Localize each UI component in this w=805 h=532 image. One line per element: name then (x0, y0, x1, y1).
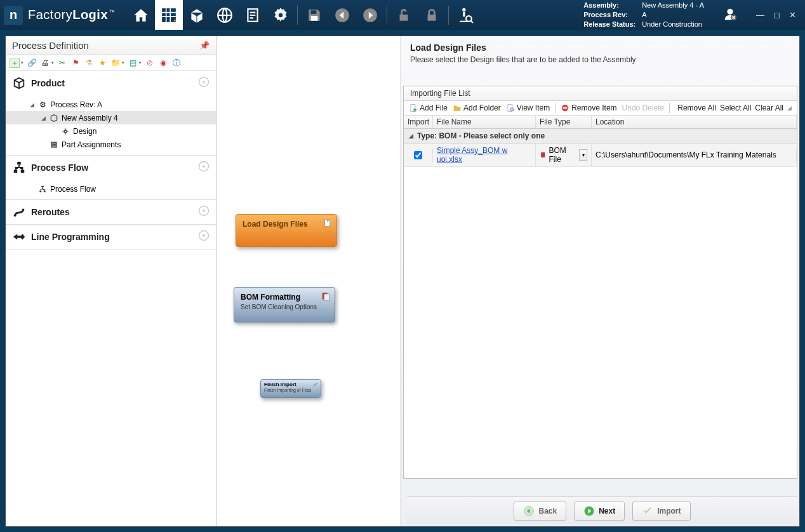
lock-icon[interactable] (418, 0, 446, 30)
info-icon[interactable]: ⓘ (171, 58, 182, 68)
tree-process-flow[interactable]: Process Flow (6, 182, 216, 196)
user-icon[interactable] (723, 7, 737, 23)
svg-rect-6 (310, 16, 317, 21)
right-panel: Load Design Files Please select the Desi… (401, 36, 799, 526)
step-finish-import[interactable]: Finish Import Finish Importing of Files (260, 379, 321, 398)
add-file-button[interactable]: Add File (409, 103, 448, 112)
col-import[interactable]: Import (404, 116, 433, 128)
wizard-buttons: Back Next Import (407, 496, 797, 524)
link-icon[interactable]: 🔗 (27, 58, 37, 68)
svg-rect-10 (427, 14, 436, 20)
bottle-icon[interactable]: ⚗ (84, 58, 94, 68)
right-subtitle: Please select the Design files that are … (410, 55, 790, 64)
import-checkbox[interactable] (414, 151, 422, 159)
svg-point-4 (278, 13, 283, 17)
clear-all-button[interactable]: Clear All (755, 103, 783, 112)
collapse-icon (198, 76, 210, 90)
tree-design[interactable]: Design (6, 124, 216, 138)
grid-header: Import File Name File Type Location (404, 116, 797, 129)
flow-small-icon (37, 184, 48, 194)
section-product[interactable]: Product (6, 71, 216, 95)
view-item-button[interactable]: View Item (506, 103, 550, 112)
cut-icon[interactable]: ✂ (57, 58, 67, 68)
arrow-right-icon (583, 505, 595, 517)
tree-assembly[interactable]: ◢ New Assembly 4 (6, 111, 216, 124)
nav-back-icon[interactable] (328, 0, 356, 30)
svg-point-26 (14, 215, 17, 217)
section-process-flow[interactable]: Process Flow (6, 156, 216, 180)
group-bom[interactable]: ◢Type: BOM - Please select only one (404, 129, 797, 143)
import-button[interactable]: Import (632, 502, 690, 521)
pin-icon[interactable]: 📌 (199, 41, 210, 50)
section-reroutes[interactable]: Reroutes (6, 200, 216, 224)
close-button[interactable]: ✕ (789, 10, 796, 20)
inspect-icon[interactable] (451, 0, 479, 30)
add-folder-button[interactable]: Add Folder (453, 103, 501, 112)
delete-icon[interactable]: ⊘ (145, 58, 155, 68)
stop-icon[interactable]: ◉ (158, 58, 168, 68)
layers-icon[interactable]: ▤ (128, 58, 138, 68)
grid-edit-icon[interactable] (155, 0, 183, 30)
back-button[interactable]: Back (514, 502, 566, 521)
gear-icon[interactable] (267, 0, 295, 30)
expand-icon (198, 205, 210, 219)
step-load-design-files[interactable]: Load Design Files (236, 214, 337, 247)
top-bar: n FactoryLogix™ (0, 0, 805, 30)
collapse-icon (198, 161, 210, 175)
flow-icon (12, 161, 26, 175)
tree-part-assignments[interactable]: Part Assignments (6, 138, 216, 151)
corner-grip-icon: ◢ (787, 105, 792, 111)
reroute-icon (12, 205, 26, 219)
app-logo-icon: n (4, 6, 23, 25)
section-line-programming[interactable]: Line Programming (6, 225, 216, 249)
maximize-button[interactable]: ◻ (773, 10, 780, 20)
list-icon (49, 140, 59, 150)
check-icon (642, 505, 653, 517)
svg-point-13 (466, 16, 472, 22)
remove-all-button[interactable]: Remove All (677, 103, 716, 112)
svg-point-14 (727, 8, 733, 14)
svg-rect-18 (51, 142, 57, 147)
next-button[interactable]: Next (574, 502, 625, 521)
nav-forward-icon[interactable] (356, 0, 384, 30)
step-bom-formatting[interactable]: BOM Formatting Set BOM Cleaning Options (234, 287, 335, 323)
minimize-button[interactable]: — (756, 10, 764, 20)
svg-rect-21 (21, 170, 25, 173)
design-icon (60, 126, 70, 136)
document-icon[interactable] (239, 0, 267, 30)
svg-rect-17 (64, 130, 67, 133)
svg-rect-32 (324, 294, 329, 301)
svg-rect-9 (399, 14, 408, 20)
left-toolbar: ＋▾ 🔗 🖨▾ ✂ ⚑ ⚗ ★ 📁▾ ▤▾ ⊘ ◉ ⓘ (6, 55, 216, 71)
col-filename[interactable]: File Name (433, 116, 536, 128)
package-icon[interactable] (183, 0, 211, 30)
main-frame: Process Definition 📌 ＋▾ 🔗 🖨▾ ✂ ⚑ ⚗ ★ 📁▾ … (5, 36, 800, 527)
assembly-info: Assembly:New Assembly 4 - A Process Rev:… (582, 0, 718, 30)
col-location[interactable]: Location (592, 116, 797, 128)
filetype-dropdown[interactable]: ▾ (579, 149, 587, 161)
save-icon[interactable] (300, 0, 328, 30)
flag-icon[interactable]: ⚑ (70, 58, 81, 68)
print-icon[interactable]: 🖨 (40, 58, 50, 68)
remove-item-button[interactable]: Remove Item (561, 103, 616, 112)
svg-rect-5 (310, 10, 316, 13)
right-title: Load Design Files (410, 43, 790, 53)
globe-icon[interactable] (211, 0, 239, 30)
expand-icon (198, 230, 210, 244)
svg-rect-23 (41, 185, 44, 187)
svg-rect-0 (162, 8, 176, 22)
line-prog-icon (12, 230, 26, 244)
select-all-button[interactable]: Select All (720, 103, 751, 112)
file-name-link[interactable]: Simple Assy_BOM w uoi.xlsx (437, 146, 531, 164)
star-icon[interactable]: ★ (97, 58, 107, 68)
wizard-canvas: Load Design Files BOM Formatting Set BOM… (216, 36, 799, 526)
add-icon[interactable]: ＋ (10, 58, 20, 68)
tree-process-rev[interactable]: ◢ ⚙ Process Rev: A (6, 98, 216, 111)
unlock-icon[interactable] (390, 0, 418, 30)
bom-file-icon (540, 150, 547, 159)
folder-icon[interactable]: 📁 (110, 58, 121, 68)
file-location: C:\Users\ahunt\Documents\My FLx Training… (595, 150, 776, 159)
file-row[interactable]: Simple Assy_BOM w uoi.xlsx BOM File ▾ C:… (404, 143, 797, 167)
col-filetype[interactable]: File Type (536, 116, 592, 128)
home-icon[interactable] (127, 0, 155, 30)
